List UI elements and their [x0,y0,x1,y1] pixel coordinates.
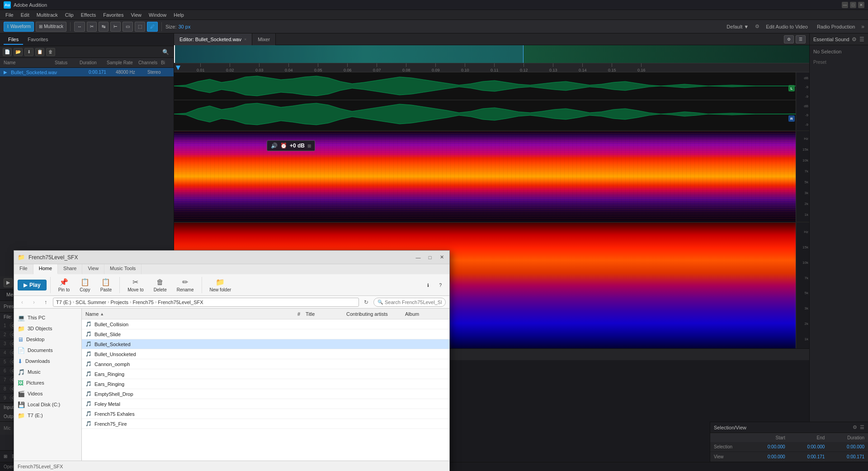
razor-tool[interactable]: ✂ [87,22,97,32]
ribbon-help-btn[interactable]: ? [435,281,446,290]
ribbon-newfolder-btn[interactable]: 📁 New folder [206,276,236,295]
ribbon-tab-music-tools[interactable]: Music Tools [104,264,142,274]
sidebar-downloads[interactable]: ⬇ Downloads [14,356,81,366]
menu-clip[interactable]: Clip [61,11,77,19]
sidebar-desktop[interactable]: 🖥 Desktop [14,334,81,345]
ribbon-move-btn[interactable]: ✂ Move to [123,276,148,295]
selection-view-settings[interactable]: ⚙ [853,424,857,430]
sidebar-videos[interactable]: 🎬 Videos [14,388,81,399]
file-row-ears-ringing-2[interactable]: 🎵 Ears_Ringing [82,379,449,389]
marquee-tool[interactable]: ⬚ [135,22,145,32]
col-title-header[interactable]: Title [306,311,346,317]
trim-tool[interactable]: ⊢ [110,22,121,32]
file-row-bullet-slide[interactable]: 🎵 Bullet_Slide [82,329,449,339]
editor-tab-close[interactable]: × [244,37,246,42]
col-num-header[interactable]: # [292,311,306,317]
open-file-button[interactable]: 📂 [14,48,23,56]
menu-multitrack[interactable]: Multitrack [33,11,61,19]
col-album-header[interactable]: Album [405,311,446,317]
menu-effects[interactable]: Effects [77,11,99,19]
mini-overview[interactable] [174,45,809,63]
menu-file[interactable]: File [2,11,17,19]
sidebar-music[interactable]: 🎵 Music [14,366,81,377]
maximize-button[interactable]: □ [850,2,856,8]
back-button[interactable]: ‹ [18,298,27,307]
waveform-button[interactable]: ⌇ Waveform [4,22,34,32]
explorer-close[interactable]: ✕ [438,253,446,262]
ribbon-tab-view[interactable]: View [82,264,104,274]
file-row-cannon-oomph[interactable]: 🎵 Cannon_oomph [82,359,449,369]
selection-view-menu[interactable]: ☰ [860,424,864,430]
close-button[interactable]: ✕ [858,2,864,8]
move-tool[interactable]: ↔ [74,22,85,32]
col-name-header[interactable]: Name ▲ [85,311,292,317]
toolbar-settings-icon[interactable]: ⚙ [755,24,760,29]
ribbon-properties-btn[interactable]: ℹ [423,281,433,290]
file-name-label: EmptyShell_Drop [94,391,292,397]
reveal-button[interactable]: 📋 [35,48,44,56]
mixer-tab[interactable]: Mixer [252,33,276,45]
tab-favorites[interactable]: Favorites [23,35,52,45]
explorer-minimize[interactable]: — [414,253,422,262]
popup-expand-btn[interactable]: ⊞ [307,143,311,148]
file-row-bullet-collision[interactable]: 🎵 Bullet_Collision [82,319,449,329]
default-workspace[interactable]: Default ▼ [724,23,751,30]
col-contributing-artists-header[interactable]: Contributing artists [346,311,405,317]
file-row-ears-ringing-1[interactable]: 🎵 Ears_Ringing [82,369,449,379]
address-path[interactable]: T7 (E:) › SCiL Summer › Projects › Frenc… [53,298,359,307]
menu-favorites[interactable]: Favorites [99,11,127,19]
file-row-bullet-unsocketed[interactable]: 🎵 Bullet_Unsocketed [82,349,449,359]
import-button[interactable]: ⬇ [24,48,33,56]
panel-settings-button[interactable]: ⚙ [784,35,794,43]
menu-edit[interactable]: Edit [17,11,33,19]
more-workspaces-icon[interactable]: » [861,24,864,30]
ribbon-paste-btn[interactable]: 📋 Paste [96,276,116,295]
new-file-button[interactable]: 📄 [3,48,12,56]
sidebar-t7[interactable]: 📁 T7 (E:) [14,410,81,421]
file-row-foley-metal[interactable]: 🎵 Foley Metal [82,399,449,409]
forward-button[interactable]: › [29,298,38,307]
radio-production[interactable]: Radio Production [814,23,858,30]
sidebar-this-pc[interactable]: 💻 This PC [14,312,81,323]
up-button[interactable]: ↑ [41,298,50,307]
ribbon-delete-btn[interactable]: 🗑 Delete [150,276,171,295]
minimize-button[interactable]: — [842,2,848,8]
ribbon-tab-file[interactable]: File [14,264,33,274]
tab-files[interactable]: Files [4,35,23,45]
edit-audio-to-video[interactable]: Edit Audio to Video [763,23,811,30]
files-search-icon[interactable]: 🔍 [160,48,171,56]
ribbon-tab-share[interactable]: Share [58,264,82,274]
play-ribbon-button[interactable]: ▶ Play [18,280,47,290]
menu-view[interactable]: View [127,11,145,19]
ribbon-pin-btn[interactable]: 📌 Pin to [54,276,74,295]
sidebar-3d-objects[interactable]: 📁 3D Objects [14,323,81,334]
menu-window[interactable]: Window [145,11,170,19]
sidebar-documents[interactable]: 📄 Documents [14,345,81,356]
selection-view-panel: Selection/View ⚙ ☰ Start End Duration Se… [710,422,868,462]
search-input[interactable] [385,300,442,305]
file-row-french75-fire[interactable]: 🎵 French75_Fire [82,419,449,429]
lasso-tool[interactable]: 🖊 [147,22,158,32]
delete-button[interactable]: 🗑 [46,48,55,56]
editor-tab-bullet-socketed[interactable]: Editor: Bullet_Socketed.wav × [174,33,252,45]
file-row-french75-exhales[interactable]: 🎵 French75 Exhales [82,409,449,419]
essential-sound-settings[interactable]: ⚙ [852,36,857,43]
ribbon-copy-btn[interactable]: 📋 Copy [75,276,94,295]
ribbon-rename-btn[interactable]: ✏ Rename [173,276,198,295]
explorer-maximize[interactable]: □ [426,253,434,262]
file-icon: 🎵 [85,341,92,347]
ribbon-tab-home[interactable]: Home [33,264,58,274]
file-row-bullet-socketed[interactable]: 🎵 Bullet_Socketed [82,339,449,349]
essential-sound-menu[interactable]: ☰ [859,36,864,43]
file-row-emptyshell-drop[interactable]: 🎵 EmptyShell_Drop [82,389,449,399]
file-row-bullet-socketed[interactable]: ▶ Bullet_Socketed.wav 0:00.171 48000 Hz … [0,68,174,77]
slip-tool[interactable]: ↹ [99,22,108,32]
refresh-button[interactable]: ↻ [362,298,371,307]
play-button[interactable]: ▶ [4,278,13,287]
menu-help[interactable]: Help [170,11,188,19]
multitrack-button[interactable]: ⊞ Multitrack [36,22,66,32]
sidebar-pictures[interactable]: 🖼 Pictures [14,377,81,388]
sidebar-local-disk[interactable]: 💾 Local Disk (C:) [14,399,81,410]
panel-menu-button[interactable]: ☰ [796,35,806,43]
select-tool[interactable]: ▭ [123,22,133,32]
